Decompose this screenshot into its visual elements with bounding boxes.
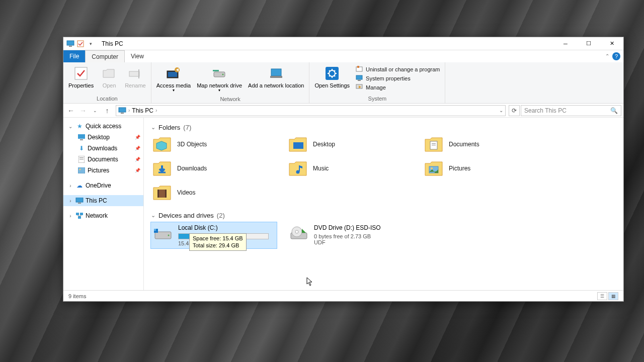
manage-button[interactable]: Manage (356, 83, 440, 92)
folder-icon (288, 159, 308, 177)
window-title: This PC (102, 40, 123, 47)
svg-rect-33 (80, 213, 83, 215)
folder-icon (152, 159, 172, 177)
open-button[interactable]: Open (97, 63, 122, 95)
sidebar: ⌄★Quick access Desktop📌 ⬇Downloads📌 Docu… (63, 118, 144, 290)
recent-dropdown[interactable]: ⌄ (90, 105, 101, 116)
hdd-icon (153, 224, 173, 242)
content-area[interactable]: ⌄ Folders (7) 3D Objects Desktop Documen… (144, 118, 623, 290)
pin-icon: 📌 (135, 157, 140, 162)
access-media-button[interactable]: Access media▾ (153, 63, 194, 95)
ribbon-tabs: File Computer View ⌃ ? (63, 50, 623, 62)
forward-button[interactable]: → (77, 105, 89, 116)
quickaccess-dropdown-icon[interactable]: ▾ (87, 40, 95, 48)
drive-c[interactable]: Local Disk (C:) 15.4 Space free: 15.4 GB… (151, 222, 277, 248)
folder-icon (424, 135, 444, 153)
details-view-button[interactable]: ☰ (597, 292, 607, 300)
folder-desktop[interactable]: Desktop (287, 134, 413, 154)
drive-icon (211, 65, 227, 81)
sidebar-documents[interactable]: Documents📌 (63, 154, 143, 165)
folder-music[interactable]: Music (287, 158, 413, 178)
tab-file[interactable]: File (63, 50, 85, 62)
help-icon[interactable]: ? (612, 52, 620, 60)
rename-button[interactable]: Rename (122, 63, 149, 95)
svg-point-41 (431, 167, 433, 169)
svg-rect-17 (357, 66, 359, 68)
svg-rect-1 (69, 46, 72, 47)
svg-rect-22 (121, 113, 124, 114)
network-loc-icon (268, 65, 284, 81)
open-icon (101, 65, 117, 81)
svg-rect-35 (293, 142, 303, 149)
close-button[interactable]: ✕ (600, 37, 623, 50)
svg-rect-38 (432, 145, 436, 145)
svg-rect-5 (138, 69, 139, 78)
svg-rect-4 (129, 71, 139, 76)
sidebar-quick-access[interactable]: ⌄★Quick access (63, 121, 143, 132)
svg-rect-26 (79, 157, 84, 158)
settings-icon (324, 65, 340, 81)
uninstall-icon (356, 65, 364, 73)
folder-videos[interactable]: Videos (151, 183, 277, 203)
uninstall-button[interactable]: Uninstall or change a program (356, 65, 440, 73)
network-icon (75, 212, 84, 220)
sidebar-pictures[interactable]: Pictures📌 (63, 165, 143, 176)
folder-3d-objects[interactable]: 3D Objects (151, 134, 277, 154)
drive-tooltip: Space free: 15.4 GB Total size: 29.4 GB (189, 233, 247, 251)
sidebar-network[interactable]: ›Network (63, 210, 143, 221)
tab-computer[interactable]: Computer (85, 50, 125, 62)
dvd-icon (289, 224, 309, 242)
map-drive-button[interactable]: Map network drive▾ (194, 63, 245, 95)
maximize-button[interactable]: ☐ (577, 37, 600, 50)
svg-rect-11 (213, 70, 219, 71)
tiles-view-button[interactable]: ▦ (608, 292, 618, 300)
quickaccess-properties-icon[interactable] (76, 40, 85, 48)
star-icon: ★ (75, 122, 84, 130)
folder-downloads[interactable]: Downloads (151, 158, 277, 178)
svg-rect-27 (79, 159, 84, 159)
group-location-label: Location (63, 95, 151, 103)
sidebar-downloads[interactable]: ⬇Downloads📌 (63, 143, 143, 154)
svg-rect-34 (78, 216, 81, 219)
folder-icon (424, 159, 444, 177)
folders-section-header[interactable]: ⌄ Folders (7) (151, 124, 616, 131)
tab-view[interactable]: View (125, 50, 150, 62)
ribbon: Properties Open Rename Location Access m… (63, 62, 623, 104)
navbar: ← → ⌄ ↑ ›This PC› ⌄ ⟳ Search This PC 🔍 (63, 104, 623, 118)
pc-icon (118, 107, 126, 114)
folder-documents[interactable]: Documents (423, 134, 548, 154)
drives-section-header[interactable]: ⌄ Devices and drives (2) (151, 212, 616, 219)
up-button[interactable]: ↑ (102, 105, 113, 116)
svg-rect-43 (157, 190, 159, 198)
minimize-button[interactable]: ─ (554, 37, 577, 50)
search-input[interactable]: Search This PC 🔍 (521, 105, 621, 116)
refresh-button[interactable]: ⟳ (509, 105, 520, 116)
sys-props-button[interactable]: System properties (356, 74, 440, 82)
add-location-button[interactable]: Add a network location (245, 63, 307, 95)
pictures-icon (77, 166, 86, 174)
documents-icon (77, 155, 86, 163)
properties-button[interactable]: Properties (65, 63, 97, 95)
sidebar-desktop[interactable]: Desktop📌 (63, 132, 143, 143)
desktop-icon (77, 133, 86, 141)
svg-rect-37 (432, 143, 436, 144)
open-settings-button[interactable]: Open Settings (311, 63, 353, 95)
addressbar[interactable]: ›This PC› ⌄ (116, 105, 506, 116)
folder-icon (152, 135, 172, 153)
chevron-down-icon: ⌄ (151, 124, 155, 131)
svg-rect-24 (80, 139, 83, 140)
group-network-label: Network (151, 95, 309, 104)
address-dropdown-icon[interactable]: ⌄ (499, 108, 503, 113)
drive-d[interactable]: DVD Drive (D:) ESD-ISO 0 bytes free of 2… (287, 222, 413, 248)
collapse-ribbon-icon[interactable]: ⌃ (605, 53, 609, 59)
sidebar-onedrive[interactable]: ›☁OneDrive (63, 180, 143, 191)
svg-point-29 (79, 169, 81, 170)
pin-icon: 📌 (135, 146, 140, 151)
svg-rect-0 (67, 41, 74, 45)
properties-icon (73, 65, 89, 81)
sidebar-this-pc[interactable]: ›This PC (63, 195, 143, 206)
back-button[interactable]: ← (65, 105, 76, 116)
titlebar: ▾ This PC ─ ☐ ✕ (63, 37, 623, 50)
folder-pictures[interactable]: Pictures (423, 158, 548, 178)
svg-rect-7 (168, 72, 177, 77)
